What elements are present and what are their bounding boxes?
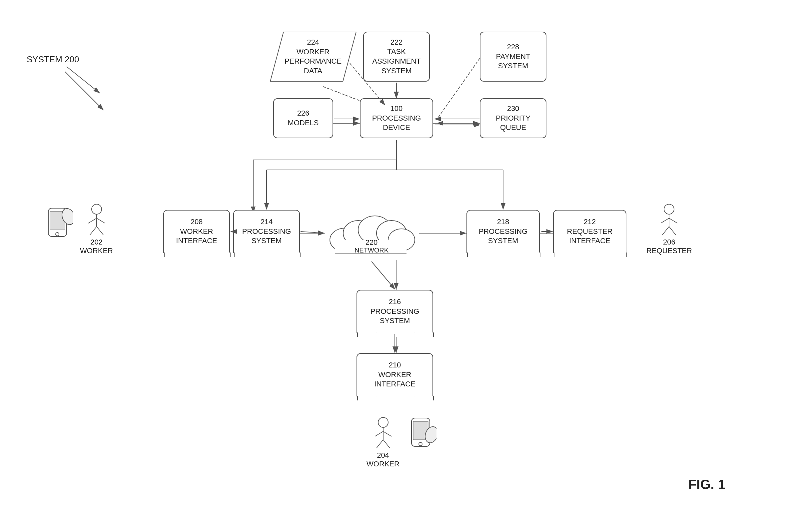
requester-interface-212-label: 212REQUESTERINTERFACE [567,217,613,246]
fig-label: FIG. 1 [689,477,725,492]
models-label: 226MODELS [288,109,319,128]
processing-device-box: 100PROCESSINGDEVICE [360,98,433,138]
svg-point-46 [419,442,422,446]
svg-line-31 [97,218,105,223]
svg-point-38 [378,417,388,428]
svg-point-36 [56,232,59,236]
svg-line-50 [661,218,669,223]
network-cloud-svg: 220 NETWORK [325,207,418,260]
svg-line-41 [383,431,392,436]
svg-text:NETWORK: NETWORK [355,247,389,254]
phone-204-icon [410,416,436,454]
models-box: 226MODELS [273,98,333,138]
worker-202-icon [85,203,108,236]
svg-line-43 [383,440,390,448]
processing-system-218-box: 218PROCESSINGSYSTEM [467,210,540,253]
task-assignment-label: 222TASKASSIGNMENTSYSTEM [372,38,420,76]
task-assignment-box: 222TASKASSIGNMENTSYSTEM [363,32,430,82]
worker-interface-210-label: 210WORKERINTERFACE [374,360,415,389]
worker-interface-210-box: 210WORKERINTERFACE [357,353,433,396]
payment-system-label: 228PAYMENTSYSTEM [496,42,530,71]
diagram-container: SYSTEM 200 224WORKERPERFORMANCEDATA 222T… [0,0,792,532]
requester-206-icon [657,203,681,236]
worker-performance-data-box: 224WORKERPERFORMANCEDATA [270,32,357,82]
payment-system-box: 228PAYMENTSYSTEM [480,32,546,82]
svg-line-42 [377,440,383,448]
svg-line-30 [88,218,97,223]
worker-interface-208-box: 208WORKERINTERFACE [163,210,230,253]
worker-202: 202WORKER [80,203,113,255]
requester-206: 206REQUESTER [646,203,692,255]
svg-line-52 [662,227,669,235]
system-label: SYSTEM 200 [27,53,79,65]
svg-line-53 [669,227,676,235]
processing-system-216-box: 216PROCESSINGSYSTEM [357,290,433,333]
svg-point-48 [664,204,674,214]
processing-system-216-label: 216PROCESSINGSYSTEM [371,297,419,326]
network-cloud-container: 220 NETWORK [325,207,418,260]
processing-system-214-box: 214PROCESSINGSYSTEM [233,210,300,253]
priority-queue-label: 230PRIORITYQUEUE [496,104,530,133]
svg-point-28 [92,204,101,214]
processing-system-214-label: 214PROCESSINGSYSTEM [242,217,291,246]
requester-interface-212-box: 212REQUESTERINTERFACE [553,210,626,253]
worker-performance-data-label: 224WORKERPERFORMANCEDATA [285,38,341,76]
svg-line-51 [669,218,677,223]
worker-204-label: 204WORKER [366,451,399,468]
worker-204-icon [372,416,395,450]
svg-line-32 [90,227,97,235]
requester-206-label: 206REQUESTER [646,238,692,255]
svg-line-17 [67,66,100,93]
phone-202-icon [46,207,73,245]
svg-text:220: 220 [365,238,378,247]
processing-device-label: 100PROCESSINGDEVICE [372,104,421,133]
priority-queue-box: 230PRIORITYQUEUE [480,98,546,138]
processing-system-218-label: 218PROCESSINGSYSTEM [479,217,528,246]
phone-204-svg [410,416,436,453]
worker-204: 204WORKER [366,416,399,468]
worker-202-label: 202WORKER [80,238,113,255]
worker-interface-208-label: 208WORKERINTERFACE [176,217,217,246]
phone-202-svg [46,207,73,243]
svg-line-40 [375,431,383,436]
svg-line-33 [97,227,103,235]
